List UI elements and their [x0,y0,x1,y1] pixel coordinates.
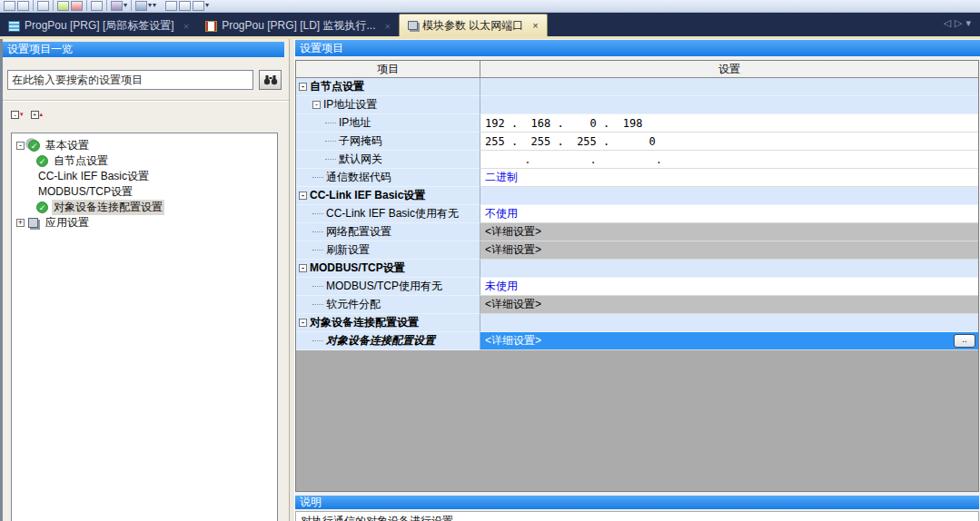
row-item-cell: 刷新设置 [296,241,480,260]
tab-scroll-nav[interactable]: ◁▷▾ [944,17,975,29]
module-window-icon[interactable] [179,1,191,11]
eraser-icon[interactable] [91,1,103,11]
tab-close-icon[interactable]: × [532,20,538,31]
row-value-cell[interactable]: . . . [480,151,978,169]
row-value: 255 . 255 . 255 . 0 [485,135,656,148]
row-value-cell[interactable]: <详细设置> [480,241,978,260]
device-grid2-icon[interactable] [17,1,29,11]
row-label: 通信数据代码 [326,170,391,185]
toolbar-separator [106,0,107,11]
row-item-cell: -MODBUS/TCP设置 [296,260,480,278]
table-row[interactable]: -自节点设置 [296,78,978,96]
row-value-cell [480,260,978,278]
table-row[interactable]: 刷新设置<详细设置> [296,241,978,260]
tree-item[interactable]: -✓基本设置 [12,138,277,153]
settings-tree: -✓基本设置✓自节点设置CC-Link IEF Basic设置MODBUS/TC… [11,133,278,521]
description-text: 对执行通信的对象设备进行设置。 [295,511,979,521]
tree-item[interactable]: ✓对象设备连接配置设置 [12,200,277,215]
row-value: 未使用 [485,279,518,294]
table-row[interactable]: -IP地址设置 [296,96,978,114]
row-value-cell[interactable]: 不使用 [480,205,978,223]
tab-close-icon[interactable]: × [183,21,189,32]
tab-inactive[interactable]: ProgPou [PRG] [LD] 监视执行...× [197,15,399,36]
toolbar-dropdown-icon[interactable]: ▾ [148,0,152,11]
tab-nav-right-icon[interactable]: ▷ [955,17,965,28]
table-row[interactable]: -对象设备连接配置设置 [296,314,978,332]
table-row[interactable]: MODBUS/TCP使用有无未使用 [296,278,978,296]
tree-item[interactable]: MODBUS/TCP设置 [12,184,277,200]
toolbar-dropdown-icon[interactable]: ▾ [124,0,127,11]
collapse-all-mark-icon: ▾ [20,111,24,118]
tab-close-icon[interactable]: × [385,21,391,32]
expand-all-button[interactable]: +▴ [31,107,44,122]
table-row[interactable]: 子网掩码255 . 255 . 255 . 0 [296,133,978,151]
row-value-cell [480,78,978,96]
row-item-cell: 网络配置设置 [296,223,480,241]
tab-nav-more-icon[interactable]: ▾ [965,17,975,28]
table-header-row: 项目 设置 [296,61,978,78]
row-value-cell[interactable]: 未使用 [480,278,978,296]
table-row[interactable]: 网络配置设置<详细设置> [296,223,978,241]
tree-item[interactable]: CC-Link IEF Basic设置 [12,169,277,184]
tab-nav-left-icon[interactable]: ◁ [944,17,955,28]
column-header-setting[interactable]: 设置 [480,61,978,77]
table-row[interactable]: IP地址192 . 168 . 0 . 198 [296,114,978,133]
program-check-icon[interactable] [71,1,83,11]
table-row[interactable]: 软元件分配<详细设置> [296,296,978,314]
search-input[interactable] [7,70,253,90]
tab-label: 模块参数 以太网端口 [422,18,523,34]
row-collapse-icon[interactable]: - [299,192,307,200]
module-icon [408,21,418,30]
setting-item-list-panel: 设置项目一览 -▾+▴ -✓基本设置✓自节点设置CC-Link IEF Basi… [3,39,289,521]
binoculars-icon [263,74,278,85]
tree-item[interactable]: +应用设置 [12,215,277,231]
collapse-all-box-icon: - [11,111,19,119]
table-row[interactable]: -CC-Link IEF Basic设置 [296,187,978,205]
row-value-cell[interactable]: 192 . 168 . 0 . 198 [480,114,978,133]
right-panel-title: 设置项目 [295,40,980,56]
tree-item[interactable]: ✓自节点设置 [12,153,277,169]
table-row[interactable]: 通信数据代码二进制 [296,169,978,187]
row-value-cell[interactable]: 255 . 255 . 255 . 0 [480,133,978,151]
tree-item-label: 自节点设置 [52,153,110,169]
browse-button[interactable]: .. [954,334,975,348]
row-collapse-icon[interactable]: - [312,101,321,109]
toolbar-separator [86,0,87,11]
table-row[interactable]: CC-Link IEF Basic使用有无不使用 [296,205,978,223]
tab-inactive[interactable]: ProgPou [PRG] [局部标签设置]× [0,15,197,36]
column-header-item[interactable]: 项目 [296,61,480,77]
tab-active[interactable]: 模块参数 以太网端口× [399,14,548,36]
row-item-cell: IP地址 [296,114,480,133]
toolbar-dropdown-icon[interactable]: ▾ [153,0,156,11]
row-value-cell[interactable]: <详细设置>.. [480,332,978,350]
table-row[interactable]: -MODBUS/TCP设置 [296,260,978,278]
setting-item-panel: 设置项目 项目 设置 -自节点设置-IP地址设置IP地址192 . 168 . … [295,39,980,521]
monitor-eye-icon[interactable] [111,1,123,11]
toolbar-dropdown-icon[interactable]: ▾ [205,0,209,11]
tree-connector [325,123,336,123]
tree-collapse-icon[interactable]: - [16,142,25,150]
tree-expand-icon[interactable]: + [16,219,25,227]
edit-pencil-icon[interactable] [57,1,69,11]
row-value-cell[interactable]: 二进制 [480,169,978,187]
settings-table: 项目 设置 -自节点设置-IP地址设置IP地址192 . 168 . 0 . 1… [295,60,979,492]
row-collapse-icon[interactable]: - [299,83,307,91]
row-collapse-icon[interactable]: - [299,264,307,272]
row-value-cell[interactable]: <详细设置> [480,223,978,241]
device-grid-icon[interactable] [4,1,15,11]
table-row[interactable]: 默认网关 . . . [296,151,978,169]
panel-splitter[interactable] [289,39,295,521]
settings-table-rows: -自节点设置-IP地址设置IP地址192 . 168 . 0 . 198子网掩码… [296,78,978,350]
row-value-cell[interactable]: <详细设置> [480,296,978,314]
search-button[interactable] [259,70,282,90]
window-param-icon[interactable] [193,1,204,11]
collapse-all-button[interactable]: -▾ [11,107,24,122]
table-row[interactable]: 对象设备连接配置设置<详细设置>.. [296,332,978,350]
tree-item-label: CC-Link IEF Basic设置 [36,169,151,184]
row-label: 自节点设置 [310,79,364,94]
io-form-icon[interactable] [165,1,177,11]
properties-icon[interactable] [37,1,49,11]
find-magnifier-icon[interactable] [135,1,147,11]
row-collapse-icon[interactable]: - [299,319,307,327]
row-item-cell: 子网掩码 [296,133,480,151]
